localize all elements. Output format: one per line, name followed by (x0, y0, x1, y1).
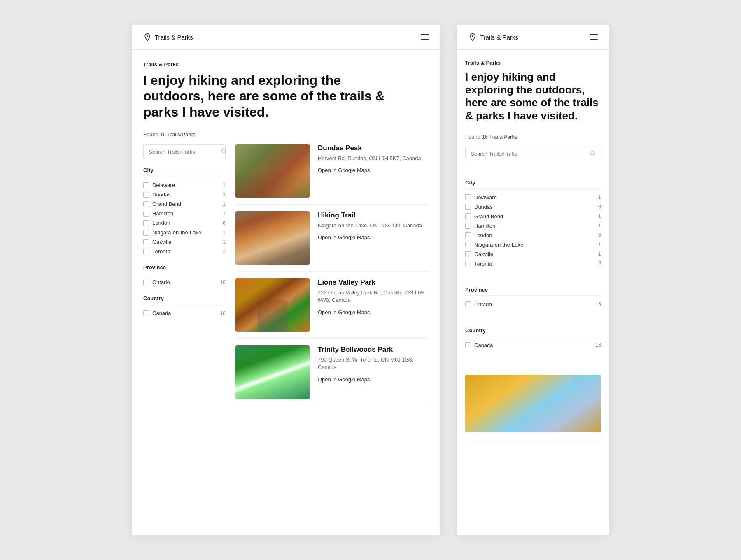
trail-address-trinity: 790 Queen St W, Toronto, ON M6J 1G3, Can… (318, 356, 429, 371)
checkbox-toronto-right[interactable] (465, 261, 471, 266)
checkbox-hamilton-left[interactable] (143, 211, 149, 217)
checkbox-hamilton-right[interactable] (465, 223, 471, 229)
page-heading-left: I enjoy hiking and exploring the outdoor… (143, 72, 390, 120)
header-right: Trails & Parks (457, 25, 609, 50)
checkbox-delaware-right[interactable] (465, 194, 471, 200)
filter-item: Delaware 1 (143, 180, 226, 190)
filter-item: Delaware 1 (465, 193, 601, 202)
results-count-left: Found 16 Trails/Parks (143, 131, 429, 138)
trail-image-dundas-peak (235, 144, 310, 198)
checkbox-dundas-right[interactable] (465, 204, 471, 210)
trail-image-preview-right (465, 375, 601, 432)
page-label-left: Trails & Parks (143, 61, 429, 68)
hamburger-menu-right[interactable] (590, 34, 598, 40)
sidebar-left: City Delaware 1 Dundas 3 Grand Bend 1 H (143, 144, 226, 406)
filter-item: Ontario 16 (143, 278, 226, 287)
trail-name-hiking-trail: Hiking Trail (318, 211, 429, 219)
header-title-left: Trails & Parks (155, 34, 193, 41)
left-panel: Trails & Parks Trails & Parks I enjoy hi… (132, 25, 440, 535)
main-layout-right: City Delaware 1 Dundas 3 Grand Bend 1 Ha… (465, 147, 601, 439)
checkbox-oakville-left[interactable] (143, 239, 149, 245)
checkbox-canada-left[interactable] (143, 310, 149, 316)
trail-info-dundas-peak: Dundas Peak Harvest Rd, Dundas, ON L9H 5… (318, 144, 429, 198)
results-count-right: Found 16 Trails/Parks (465, 134, 601, 140)
logo-right: Trails & Parks (468, 33, 518, 41)
filter-item: London 6 (143, 218, 226, 228)
trail-link-lions-valley[interactable]: Open in Google Maps (318, 309, 370, 315)
filter-country-left: Country Canada 16 (143, 295, 226, 318)
filter-item: Toronto 2 (143, 247, 226, 256)
checkbox-grand-bend-right[interactable] (465, 213, 471, 219)
filter-item: Dundas 3 (143, 190, 226, 199)
filter-item: Hamilton 1 (143, 209, 226, 218)
svg-point-0 (147, 35, 148, 37)
checkbox-grand-bend-left[interactable] (143, 201, 149, 207)
trail-list-left: Dundas Peak Harvest Rd, Dundas, ON L9H 5… (235, 144, 429, 406)
checkbox-london-left[interactable] (143, 220, 149, 226)
checkbox-delaware-left[interactable] (143, 182, 149, 188)
page-heading-right: I enjoy hiking and exploring the outdoor… (465, 71, 601, 122)
trail-link-dundas-peak[interactable]: Open in Google Maps (318, 167, 370, 173)
filter-city-left: City Delaware 1 Dundas 3 Grand Bend 1 H (143, 167, 226, 256)
search-input-right[interactable] (471, 151, 587, 157)
trail-item-trinity: Trinity Bellwoods Park 790 Queen St W, T… (235, 339, 429, 406)
checkbox-london-right[interactable] (465, 232, 471, 238)
trail-address-dundas-peak: Harvest Rd, Dundas, ON L9H 5K7, Canada (318, 155, 429, 162)
hamburger-menu-left[interactable] (421, 34, 429, 40)
trail-address-hiking-trail: Niagara-on-the-Lake, ON LOS 1J0, Canada (318, 222, 429, 229)
filter-item: Dundas 3 (465, 202, 601, 212)
search-input-left[interactable] (149, 149, 218, 155)
page-label-right: Trails & Parks (465, 60, 601, 66)
trail-info-trinity: Trinity Bellwoods Park 790 Queen St W, T… (318, 345, 429, 399)
checkbox-niagara-left[interactable] (143, 230, 149, 236)
filter-item: Oakville 1 (465, 250, 601, 259)
filter-item: Hamilton 1 (465, 221, 601, 231)
logo-left: Trails & Parks (143, 33, 193, 41)
search-icon-left (221, 148, 227, 155)
filter-province-left: Province Ontario 16 (143, 264, 226, 287)
checkbox-toronto-left[interactable] (143, 249, 149, 254)
trail-item-lions-valley: Lions Valley Park 1227 Lions Valley Park… (235, 272, 429, 339)
trail-name-dundas-peak: Dundas Peak (318, 144, 429, 152)
trail-name-trinity: Trinity Bellwoods Park (318, 345, 429, 354)
filter-province-right: Province Ontario 16 (465, 287, 601, 309)
filter-item: Canada 16 (465, 341, 601, 350)
svg-point-3 (472, 35, 473, 37)
trail-item-preview-right (465, 368, 601, 439)
right-panel: Trails & Parks Trails & Parks I enjoy hi… (457, 25, 609, 535)
trail-item-dundas-peak: Dundas Peak Harvest Rd, Dundas, ON L9H 5… (235, 144, 429, 205)
checkbox-ontario-right[interactable] (465, 301, 471, 307)
trail-name-lions-valley: Lions Valley Park (318, 278, 429, 287)
filter-item: Oakville 1 (143, 237, 226, 247)
filter-city-right: City Delaware 1 Dundas 3 Grand Bend 1 Ha… (465, 180, 601, 268)
trail-link-trinity[interactable]: Open in Google Maps (318, 376, 370, 383)
filter-province-label-right: Province (465, 287, 601, 296)
checkbox-ontario-left[interactable] (143, 280, 149, 285)
filter-item: Grand Bend 1 (143, 199, 226, 209)
filter-province-label-left: Province (143, 264, 226, 273)
checkbox-oakville-right[interactable] (465, 251, 471, 257)
content-left: Trails & Parks I enjoy hiking and explor… (132, 50, 440, 418)
search-box-left[interactable] (143, 144, 226, 159)
checkbox-canada-right[interactable] (465, 342, 471, 348)
checkbox-dundas-left[interactable] (143, 192, 149, 198)
svg-line-2 (225, 152, 226, 153)
svg-point-4 (591, 151, 594, 155)
checkbox-niagara-right[interactable] (465, 242, 471, 247)
trail-image-lions-valley (235, 278, 310, 332)
filter-item: Grand Bend 1 (465, 212, 601, 221)
filter-city-label-left: City (143, 167, 226, 176)
trail-address-lions-valley: 1227 Lions Valley Park Rd, Oakville, ON … (318, 289, 429, 304)
search-icon-right (590, 150, 596, 158)
filter-country-right: Country Canada 16 (465, 327, 601, 350)
search-box-right[interactable] (465, 147, 601, 161)
filter-item: Niagara-on-the-Lake 1 (143, 228, 226, 237)
trail-image-hiking-trail (235, 211, 310, 265)
location-pin-icon-right (468, 33, 477, 41)
trail-link-hiking-trail[interactable]: Open in Google Maps (318, 234, 370, 240)
filter-item: London 6 (465, 231, 601, 240)
location-pin-icon (143, 33, 151, 41)
filter-item: Toronto 2 (465, 259, 601, 268)
filter-country-label-left: Country (143, 295, 226, 304)
filter-city-label-right: City (465, 180, 601, 189)
